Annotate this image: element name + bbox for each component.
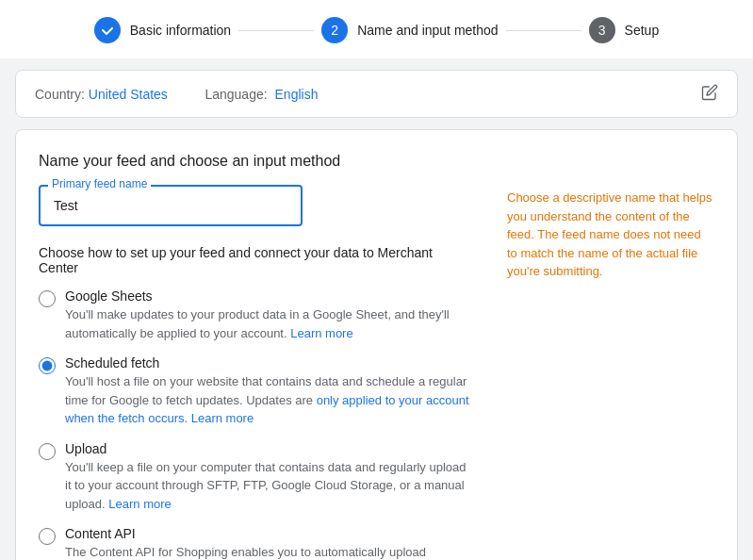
radio-section-title: Choose how to set up your feed and conne… <box>39 245 469 275</box>
edit-icon[interactable] <box>701 84 718 104</box>
content-api-desc: The Content API for Shopping enables you… <box>65 543 469 560</box>
stepper: Basic information 2 Name and input metho… <box>0 0 753 58</box>
radio-upload: Upload You'll keep a file on your comput… <box>39 441 469 514</box>
step-1-circle <box>94 17 121 43</box>
radio-upload-input[interactable] <box>39 443 56 460</box>
country-value: United States <box>89 87 168 102</box>
language-value: English <box>275 87 319 102</box>
country-label: Country: <box>35 87 85 102</box>
radio-scheduled-fetch-input[interactable] <box>39 357 56 374</box>
radio-google-sheets: Google Sheets You'll make updates to you… <box>39 288 469 342</box>
radio-content-api-input[interactable] <box>39 528 56 545</box>
input-label: Primary feed name <box>48 177 151 190</box>
upload-desc: You'll keep a file on your computer that… <box>65 458 469 514</box>
step-connector-1 <box>238 30 314 31</box>
card-hint: Choose a descriptive name that helps you… <box>507 185 714 560</box>
main-card: Name your feed and choose an input metho… <box>15 129 738 560</box>
content-api-label: Content API <box>65 526 469 541</box>
radio-scheduled-fetch: Scheduled fetch You'll host a file on yo… <box>39 355 469 428</box>
feed-name-input-wrapper: Primary feed name <box>39 185 303 226</box>
step-connector-2 <box>506 30 581 31</box>
step-3-label: Setup <box>625 23 660 38</box>
google-sheets-label: Google Sheets <box>65 288 469 304</box>
scheduled-fetch-learn-more[interactable]: Learn more <box>191 411 254 425</box>
step-3: 3 Setup <box>589 17 660 43</box>
info-bar: Country: United States Language: English <box>15 70 738 118</box>
scheduled-fetch-desc: You'll host a file on your website that … <box>65 372 469 428</box>
step-2-circle: 2 <box>321 17 348 43</box>
card-content: Primary feed name Choose how to set up y… <box>39 185 714 560</box>
step-3-circle: 3 <box>589 17 615 43</box>
step-1-label: Basic information <box>130 23 231 38</box>
radio-google-sheets-input[interactable] <box>39 290 56 307</box>
radio-content-api: Content API The Content API for Shopping… <box>39 526 469 560</box>
step-2: 2 Name and input method <box>321 17 498 43</box>
google-sheets-learn-more[interactable]: Learn more <box>290 326 352 340</box>
card-title: Name your feed and choose an input metho… <box>39 153 714 170</box>
language-label: Language: <box>205 87 267 102</box>
upload-learn-more[interactable]: Learn more <box>108 497 171 511</box>
step-2-label: Name and input method <box>357 23 498 38</box>
upload-label: Upload <box>65 441 469 456</box>
card-left: Primary feed name Choose how to set up y… <box>39 185 469 560</box>
country-language-text: Country: United States Language: English <box>35 87 318 102</box>
scheduled-fetch-label: Scheduled fetch <box>65 355 469 371</box>
google-sheets-desc: You'll make updates to your product data… <box>65 305 469 342</box>
feed-name-input[interactable] <box>39 185 303 226</box>
step-1: Basic information <box>94 17 231 43</box>
checkmark-icon <box>100 23 115 38</box>
